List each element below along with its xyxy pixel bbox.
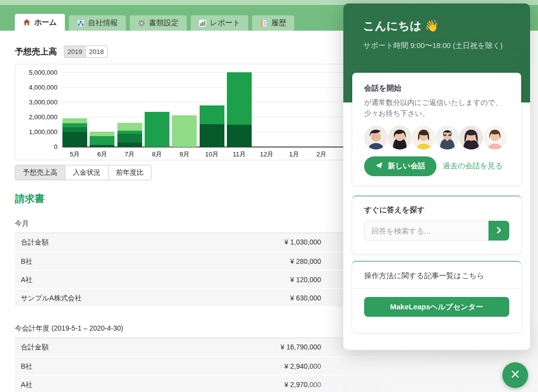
y-axis-tick-label: 5,000,000 <box>18 69 57 76</box>
support-avatar-5 <box>459 126 483 149</box>
year-toggle: 2019 2018 <box>64 46 108 58</box>
answer-search-input[interactable] <box>364 221 488 241</box>
bar-segment-dark-green <box>117 143 142 147</box>
see-previous-conversations-link[interactable]: 過去の会話を見る <box>443 161 503 171</box>
support-avatar-6 <box>483 126 507 149</box>
row-amount: ¥ 280,000 <box>290 257 321 265</box>
messenger-support-hours: サポート時間 9:00〜18:00 (土日祝を除く) <box>363 40 517 51</box>
support-avatar-1 <box>364 126 388 149</box>
messenger-greeting: こんにちは 👋 <box>363 18 513 34</box>
x-axis-tick-label: 12月 <box>252 150 281 159</box>
tab-home-label: ホーム <box>34 18 57 27</box>
tab-history[interactable]: 履歴 <box>252 15 294 31</box>
tab-company-info[interactable]: 自社情報 <box>69 15 126 31</box>
conversation-card-title: 会話を開始 <box>364 84 509 93</box>
history-icon <box>260 19 268 27</box>
row-label: A社 <box>21 276 32 285</box>
start-conversation-card: 会話を開始 が通常数分以内にご返信いたしますので、少々お待ち下さい。 新しい会話… <box>352 73 521 186</box>
row-amount: ¥ 1,030,000 <box>284 238 321 246</box>
help-center-card: 操作方法に関する記事一覧はこちら MakeLeapsヘルプセンター <box>352 261 521 333</box>
row-label: 合計金額 <box>21 343 49 352</box>
answer-search-card: すぐに答えを探す <box>352 196 521 254</box>
bar-7月[interactable] <box>117 123 142 147</box>
search-submit-button[interactable] <box>488 221 509 241</box>
new-conversation-label: 新しい会話 <box>388 161 426 171</box>
row-amount: ¥ 630,000 <box>290 294 321 302</box>
new-conversation-button[interactable]: 新しい会話 <box>364 156 436 176</box>
bar-segment-dark-green <box>200 124 224 147</box>
row-label: サンプルA株式会社 <box>21 294 82 303</box>
x-axis-tick-label: 6月 <box>87 150 117 159</box>
x-axis-tick-label: 10月 <box>197 150 227 159</box>
view-payments-button[interactable]: 入金状況 <box>65 165 108 180</box>
bar-segment-bright-green <box>200 105 224 124</box>
bar-segment-light-green <box>90 132 114 136</box>
tab-history-label: 履歴 <box>271 18 286 28</box>
row-label: A社 <box>21 381 32 390</box>
row-amount: ¥ 2,970,000 <box>284 381 321 389</box>
bar-segment-light-green <box>117 123 142 131</box>
y-axis-tick-label: 2,000,000 <box>18 113 57 121</box>
page-title: 予想売上高 <box>15 46 57 57</box>
tab-document-settings[interactable]: 書類設定 <box>130 15 187 31</box>
y-axis-tick-label: 4,000,000 <box>18 84 57 91</box>
close-icon <box>510 369 520 381</box>
bar-segment-medium-green <box>117 134 142 143</box>
bar-8月[interactable] <box>145 112 169 147</box>
tab-home[interactable]: ホーム <box>15 14 65 31</box>
row-amount: ¥ 2,940,000 <box>284 362 321 370</box>
x-axis-tick-label: 1月 <box>279 150 309 159</box>
bar-segment-dark-green <box>227 125 252 147</box>
chart-view-switcher: 予想売上高 入金状況 前年度比 <box>15 165 152 180</box>
chevron-right-icon <box>495 226 503 236</box>
view-yoy-button[interactable]: 前年度比 <box>108 165 152 180</box>
bar-5月[interactable] <box>62 118 87 147</box>
x-axis-tick-label: 9月 <box>169 150 199 159</box>
org-icon <box>77 19 85 27</box>
support-team-avatars <box>364 126 509 149</box>
support-avatar-2 <box>388 126 412 149</box>
bar-segment-bright-green <box>62 123 87 127</box>
tab-company-info-label: 自社情報 <box>88 18 118 28</box>
view-forecast-button[interactable]: 予想売上高 <box>15 165 65 180</box>
x-axis-tick-label: 11月 <box>224 150 254 159</box>
support-messenger-panel: こんにちは 👋 サポート時間 9:00〜18:00 (土日祝を除く) 会話を開始… <box>343 3 530 350</box>
bar-11月[interactable] <box>227 72 252 147</box>
table-row: B社 ¥ 2,940,000 <box>15 356 476 375</box>
y-axis-tick-label: 1,000,000 <box>18 128 57 136</box>
conversation-card-description: が通常数分以内にご返信いたしますので、少々お待ち下さい。 <box>364 97 509 119</box>
year-2018-button[interactable]: 2018 <box>86 46 108 58</box>
x-axis-tick-label: 8月 <box>142 150 172 159</box>
row-label: B社 <box>21 362 32 371</box>
support-avatar-3 <box>412 126 435 149</box>
y-axis-tick-label: 3,000,000 <box>18 98 57 106</box>
y-axis-tick-label: 0 <box>18 143 57 150</box>
bar-segment-light-green <box>172 115 197 147</box>
x-axis-tick-label: 5月 <box>60 150 90 159</box>
row-label: 合計金額 <box>21 238 49 247</box>
help-center-button[interactable]: MakeLeapsヘルプセンター <box>364 297 509 317</box>
year-2019-button[interactable]: 2019 <box>64 46 86 58</box>
row-amount: ¥ 16,790,000 <box>280 343 321 351</box>
row-label: B社 <box>21 257 32 266</box>
send-icon <box>375 161 383 171</box>
messenger-close-launcher[interactable] <box>502 362 528 388</box>
x-axis-tick-label: 7月 <box>115 150 145 159</box>
tab-report[interactable]: レポート <box>191 15 248 31</box>
bar-segment-bright-green <box>90 136 114 145</box>
x-axis-tick-label: 2月 <box>307 150 336 159</box>
bar-9月[interactable] <box>172 115 197 147</box>
bar-segment-light-green <box>62 118 87 123</box>
bar-10月[interactable] <box>200 105 224 147</box>
bar-segment-bright-green <box>145 112 169 147</box>
table-row: A社 ¥ 2,970,000 <box>15 375 476 392</box>
tab-report-label: レポート <box>210 18 240 28</box>
bar-segment-dark-green <box>90 145 114 147</box>
help-card-text: 操作方法に関する記事一覧はこちら <box>352 262 521 289</box>
row-amount: ¥ 120,000 <box>290 276 321 284</box>
bar-6月[interactable] <box>90 132 114 147</box>
report-icon <box>199 19 207 27</box>
bar-segment-dark-green <box>62 132 87 147</box>
tab-document-settings-label: 書類設定 <box>149 18 179 28</box>
support-avatar-4 <box>435 126 459 149</box>
